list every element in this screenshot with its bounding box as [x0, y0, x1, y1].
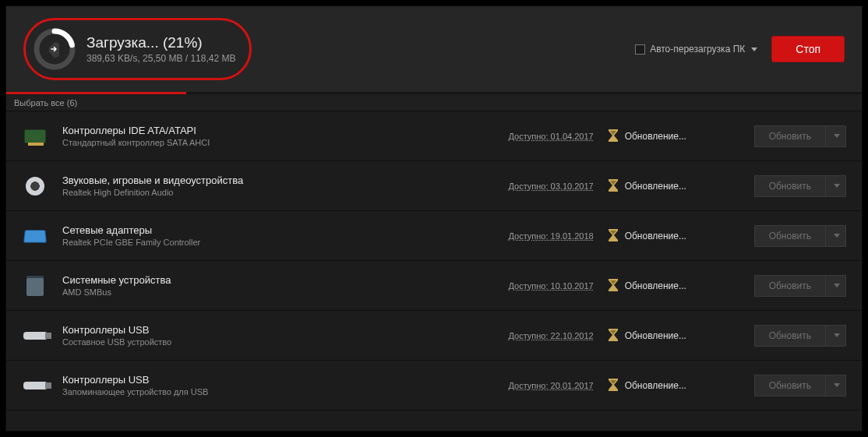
device-name: AMD SMBus [62, 287, 463, 297]
device-name: Стандартный контроллер SATA AHCI [62, 138, 463, 147]
available-date-link[interactable]: Доступно: 10.10.2017 [477, 281, 594, 291]
update-button[interactable]: Обновить [754, 325, 826, 347]
driver-row: Сетевые адаптеры Realtek PCIe GBE Family… [6, 211, 862, 261]
chevron-down-icon [751, 48, 757, 51]
chevron-down-icon [834, 333, 840, 337]
device-category: Системные устройства [62, 274, 463, 286]
status-label: Обновление... [625, 181, 686, 192]
auto-restart-label: Авто-перезагрузка ПК [650, 44, 745, 55]
status-cell: Обновление... [608, 129, 740, 143]
update-dropdown-button[interactable] [826, 325, 846, 347]
device-name: Realtek PCIe GBE Family Controller [62, 238, 463, 247]
chevron-down-icon [834, 284, 840, 287]
device-category: Сетевые адаптеры [62, 224, 463, 236]
chevron-down-icon [834, 383, 840, 387]
chevron-down-icon [834, 234, 840, 238]
update-dropdown-button[interactable] [826, 275, 846, 297]
update-dropdown-button[interactable] [826, 175, 846, 197]
usb-device-icon [22, 372, 48, 399]
usb-device-icon [22, 322, 48, 349]
status-cell: Обновление... [608, 229, 740, 243]
header-progressbar [6, 92, 862, 94]
status-label: Обновление... [625, 330, 686, 341]
status-cell: Обновление... [608, 179, 740, 193]
device-name: Запоминающее устройство для USB [62, 387, 463, 396]
select-all-bar[interactable]: Выбрать все (6) [6, 94, 862, 111]
update-button[interactable]: Обновить [754, 375, 826, 396]
update-button[interactable]: Обновить [754, 125, 826, 147]
chevron-down-icon [834, 134, 840, 138]
device-name: Составное USB устройство [62, 337, 463, 347]
download-badge: Загрузка... (21%) 389,63 KB/s, 25,50 MB … [23, 18, 252, 80]
hourglass-icon [608, 329, 619, 343]
update-dropdown-button[interactable] [826, 125, 846, 147]
hourglass-icon [608, 379, 619, 393]
status-label: Обновление... [625, 131, 686, 142]
device-category: Контроллеры USB [62, 374, 463, 386]
available-date-link[interactable]: Доступно: 19.01.2018 [477, 231, 594, 241]
card-device-icon [22, 123, 48, 150]
chevron-down-icon [834, 184, 840, 188]
update-button[interactable]: Обновить [754, 225, 826, 247]
hourglass-icon [608, 279, 619, 293]
status-cell: Обновление... [608, 279, 740, 293]
device-category: Контроллеры IDE ATA/ATAPI [62, 125, 463, 136]
available-date-link[interactable]: Доступно: 03.10.2017 [477, 181, 594, 191]
status-label: Обновление... [625, 380, 686, 391]
driver-row: Звуковые, игровые и видеоустройства Real… [6, 161, 862, 211]
sys-device-icon [22, 273, 48, 299]
available-date-link[interactable]: Доступно: 01.04.2017 [477, 132, 594, 141]
hourglass-icon [608, 129, 619, 143]
hourglass-icon [608, 179, 619, 193]
driver-row: Системные устройства AMD SMBus Доступно:… [6, 261, 862, 311]
cloud-download-icon [45, 40, 64, 58]
nic-device-icon [22, 223, 48, 249]
download-meta: 389,63 KB/s, 25,50 MB / 118,42 MB [86, 53, 235, 64]
device-category: Контроллеры USB [62, 324, 463, 336]
auto-restart-checkbox[interactable]: Авто-перезагрузка ПК [635, 44, 757, 55]
status-cell: Обновление... [608, 379, 740, 393]
hourglass-icon [608, 229, 619, 243]
device-name: Realtek High Definition Audio [62, 188, 463, 197]
driver-list: Контроллеры IDE ATA/ATAPI Стандартный ко… [6, 111, 862, 411]
available-date-link[interactable]: Доступно: 20.01.2017 [477, 381, 594, 390]
driver-updater-window: Загрузка... (21%) 389,63 KB/s, 25,50 MB … [5, 5, 863, 432]
update-dropdown-button[interactable] [826, 375, 846, 396]
status-cell: Обновление... [608, 329, 740, 343]
download-header: Загрузка... (21%) 389,63 KB/s, 25,50 MB … [6, 6, 862, 92]
checkbox-icon [635, 44, 645, 55]
driver-row: Контроллеры USB Запоминающее устройство … [6, 361, 862, 411]
speaker-device-icon [22, 173, 48, 199]
download-title: Загрузка... (21%) [86, 34, 235, 51]
stop-button[interactable]: Стоп [771, 36, 845, 62]
available-date-link[interactable]: Доступно: 22.10.2012 [477, 331, 594, 340]
update-button[interactable]: Обновить [754, 275, 826, 297]
driver-row: Контроллеры IDE ATA/ATAPI Стандартный ко… [6, 111, 862, 161]
update-dropdown-button[interactable] [826, 225, 846, 247]
progress-ring-icon [34, 28, 76, 70]
update-button[interactable]: Обновить [754, 175, 826, 197]
driver-row: Контроллеры USB Составное USB устройство… [6, 311, 862, 361]
status-label: Обновление... [625, 280, 686, 291]
device-category: Звуковые, игровые и видеоустройства [62, 174, 463, 186]
status-label: Обновление... [625, 231, 686, 241]
